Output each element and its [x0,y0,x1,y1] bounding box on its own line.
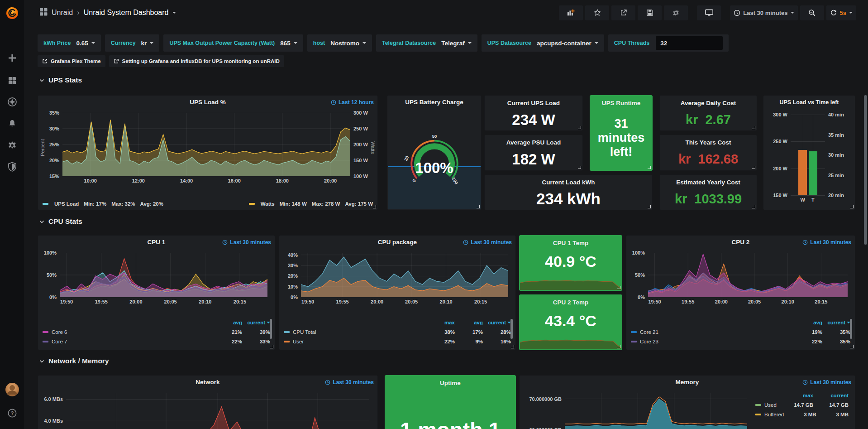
caret-down-icon [91,42,95,44]
breadcrumb-dashboard-title[interactable]: Unraid System Dashboard [84,9,169,17]
variable-host[interactable]: host Nostromo [307,34,372,52]
panel-cpu2-temp[interactable]: CPU 2 Temp 43.4 °C [519,294,622,350]
grafana-logo-icon[interactable] [0,3,24,23]
configuration-gear-icon[interactable] [0,136,24,154]
network-chart[interactable]: 6.0 MBs4.0 MBs2.0 MBs [42,389,374,429]
dashboards-icon[interactable] [0,72,24,90]
legend-item[interactable]: UPS Load Min: 17% Max: 32% Avg: 20% [43,201,163,207]
section-cpu-stats[interactable]: CPU Stats [39,217,82,226]
panel-this-years-cost[interactable]: This Years Cost kr162.68 [659,135,757,170]
star-dashboard-button[interactable] [585,5,609,20]
legend-item[interactable]: Watts Min: 148 W Max: 278 W Avg: 175 W [249,201,373,207]
y-axis-tick: 50% [47,272,57,278]
section-network-memory[interactable]: Network / Memory [39,357,109,365]
panel-time-range-link[interactable]: Last 30 minutes [325,376,374,389]
explore-compass-icon[interactable] [0,93,24,111]
legend-scrollbar[interactable] [510,319,513,339]
ups-stat-panels: Current UPS Load 234 W UPS Runtime 31 mi… [484,95,758,210]
legend-scrollbar[interactable] [850,319,852,339]
panel-cpu1-temp[interactable]: CPU 1 Temp 40.9 °C [519,235,622,291]
legend-item[interactable]: Used 14.7 GB 14.7 GB [755,400,849,410]
panel-average-daily-cost[interactable]: Average Daily Cost kr2.67 [659,95,757,131]
panel-ups-load: UPS Load % Last 12 hours 35%30%25%20%15%… [38,95,378,210]
admin-shield-icon[interactable] [0,158,24,176]
series-swatch [43,331,48,333]
panel-ups-load-vs-time-left: UPS Load vs Time left 300 W250 W200 W150… [763,95,855,210]
user-avatar[interactable] [0,380,24,400]
y-axis-tick: 0% [638,294,645,300]
help-icon[interactable]: ? [0,404,24,422]
panel-current-ups-load[interactable]: Current UPS Load 234 W [484,95,583,131]
panel-current-load-kwh[interactable]: Current Load kWh 234 kWh [484,174,653,210]
y-axis-tick: 25 min [828,173,844,178]
panel-time-range-link[interactable]: Last 12 hours [331,96,374,109]
cpu2-chart[interactable]: 100%50%0%19:5019:5520:0020:0520:1020:15 [630,249,851,307]
panel-time-range-link[interactable]: Last 30 minutes [802,376,851,389]
legend-item[interactable]: Core 6 21% 39% [43,327,270,337]
stat-value: 182 W [485,150,582,168]
refresh-picker[interactable]: 5s [826,5,856,20]
legend-item[interactable]: Buffered 3 MB 3 MB [755,410,849,419]
save-dashboard-button[interactable] [638,5,662,20]
variable-telegraf-datasource[interactable]: Telegraf Datasource Telegraf [376,34,477,52]
cpu-package-chart[interactable]: 40%30%20%10%0%19:5019:5520:0020:0520:102… [283,249,512,307]
legend-item[interactable]: Core 21 19% 35% [631,327,850,337]
stat-value: 40.9 °C [520,253,622,270]
panel-average-psu-load[interactable]: Average PSU Load 182 W [484,135,583,170]
panel-time-range-link[interactable]: Last 30 minutes [222,236,271,249]
caret-down-icon [468,42,472,44]
legend-scrollbar[interactable] [270,319,272,339]
section-chevron-icon [39,219,45,225]
x-axis-tick: 20:05 [164,299,177,304]
clock-icon [802,240,808,245]
link-ups-monitoring-guide[interactable]: Setting up Grafana and InfluxDB for UPS … [109,55,284,67]
breadcrumb[interactable]: Unraid › Unraid System Dashboard [40,8,176,18]
battery-gauge[interactable]: 02050100 [389,111,479,205]
cpu1-chart[interactable]: 100%50%0%19:5019:5520:0020:0520:1020:15 [42,249,271,307]
plot-area: 6.0 MBs4.0 MBs2.0 MBs [66,393,369,429]
panel-ups-runtime[interactable]: UPS Runtime 31 minutes left! [590,95,653,171]
legend-item[interactable]: Core 23 22% 35% [631,337,850,346]
panel-time-range-link[interactable]: Last 30 minutes [463,236,512,249]
share-dashboard-button[interactable] [611,5,635,20]
y-axis-tick: 6.0 MBs [44,396,63,402]
panel-title[interactable]: UPS Load vs Time left [763,96,855,109]
variable-ups-max-output[interactable]: UPS Max Output Power Capacity (Watt) 865 [163,34,303,52]
cpu-threads-input[interactable]: 32 [656,36,723,50]
y-axis-tick: 20 min [828,193,844,198]
page-scrollbar[interactable] [864,95,867,245]
variable-ups-datasource[interactable]: UPS Datasource apcupsd-container [482,34,604,52]
variable-cpu-threads[interactable]: CPU Threads 32 [608,34,729,52]
y-axis-tick: 20% [288,273,298,279]
link-grafana-plex-theme[interactable]: Grafana Plex Theme [38,55,105,67]
y-axis-tick: 4.0 MBs [44,418,63,424]
apps-grid-icon [40,8,48,18]
breadcrumb-folder[interactable]: Unraid [52,9,73,17]
y-axis-tick: 10% [288,284,298,289]
cycle-view-mode-button[interactable] [697,5,721,20]
section-ups-stats[interactable]: UPS Stats [39,76,82,84]
panel-estimated-yearly-cost[interactable]: Estimated Yearly Cost kr1033.99 [659,174,757,210]
add-panel-button[interactable] [559,5,583,20]
create-add-icon[interactable] [0,49,24,67]
time-range-picker[interactable]: Last 30 minutes [730,5,797,20]
legend-item[interactable]: CPU Total 38% 17% 28% [284,327,511,337]
panel-title[interactable]: UPS Load % [38,96,377,109]
y-axis-tick: 40 min [828,112,844,117]
memory-chart[interactable]: 70.000000 GB60.000000 GB50.000000 GB [523,389,751,429]
legend-item[interactable]: Core 7 22% 33% [43,337,270,346]
legend-item[interactable]: User 22% 9% 16% [284,337,511,346]
dashboard-settings-button[interactable] [664,5,688,20]
alerting-bell-icon[interactable] [0,115,24,133]
zoom-out-time-button[interactable] [800,5,824,20]
variable-currency[interactable]: Currency kr [105,34,160,52]
ups-load-chart[interactable]: 35%30%25%20%15%300 W250 W200 W150 W100 W… [42,109,374,186]
x-axis-tick: 20:00 [129,299,142,304]
series-swatch [631,341,637,342]
panel-uptime[interactable]: Uptime 1 month 1 [385,375,516,429]
ups-bars-chart[interactable]: 300 W250 W200 W150 W40 min35 min30 min25… [767,108,851,207]
panel-title[interactable]: UPS Battery Charge [387,96,481,109]
panel-time-range-link[interactable]: Last 30 minutes [802,236,851,249]
section-chevron-icon [39,77,45,83]
variable-kwh-price[interactable]: kWh Price 0.65 [38,34,101,52]
